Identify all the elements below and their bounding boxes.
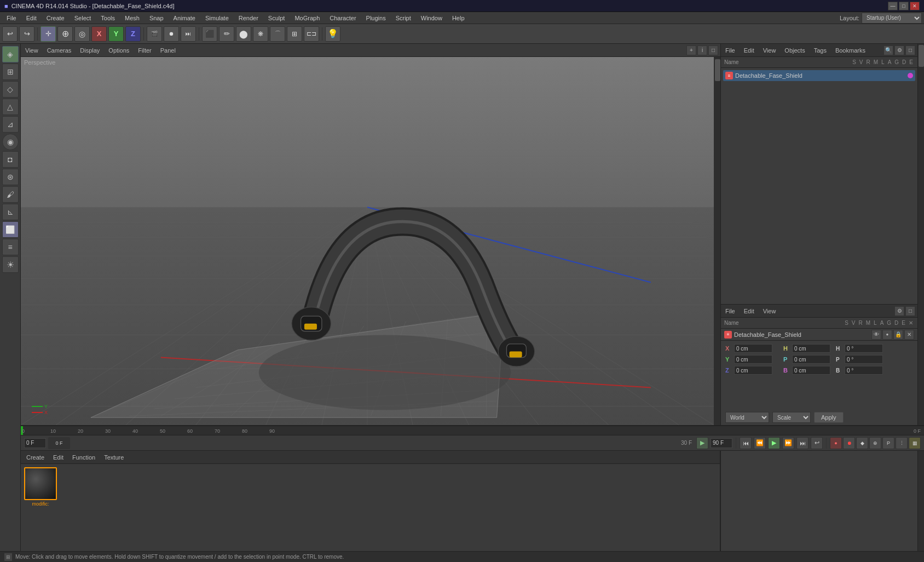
goto-end-button[interactable]: ⏭ [796,437,809,449]
attrs-lock-button[interactable]: 🔒 [893,330,903,340]
menu-create[interactable]: Create [42,14,69,22]
col-s[interactable]: S [851,59,857,65]
menu-script[interactable]: Script [391,14,415,22]
grid-button[interactable]: ⊞ [287,26,302,42]
attrs-config-button[interactable]: ⚙ [894,306,904,316]
measure-tool-button[interactable]: ⊾ [2,204,19,220]
col-v[interactable]: V [858,59,864,65]
menu-simulate[interactable]: Simulate [201,14,233,22]
menu-tools[interactable]: Tools [96,14,119,22]
timeline-ruler[interactable]: 0 10 20 30 40 50 60 70 80 90 0 F [21,426,924,435]
y-axis-button[interactable]: Y [108,26,124,42]
viewport-scrollbar[interactable] [714,57,720,425]
motion-button[interactable]: ⊕ [869,437,881,449]
h-input[interactable] [792,344,830,353]
object-item[interactable]: ≡ Detachable_Fase_Shield [723,70,915,81]
sun-tool-button[interactable]: ☀ [2,256,19,273]
attrs-max-button[interactable]: □ [905,306,915,316]
cube-button[interactable]: ⬛ [202,26,217,42]
obj-menu-objects[interactable]: Objects [782,46,807,55]
layer-tool-button[interactable]: ≡ [2,239,19,255]
obj-config-button[interactable]: ⚙ [894,45,904,55]
menu-plugins[interactable]: Plugins [362,14,390,22]
paint-tool-button[interactable]: 🖌 [2,186,19,203]
attrs-col-m[interactable]: M [865,320,871,326]
step-forward-button[interactable]: ⏩ [782,437,794,449]
obj-menu-tags[interactable]: Tags [812,46,829,55]
joint-tool-button[interactable]: ⊿ [2,116,19,133]
brush-tool-button[interactable]: ◉ [2,134,19,150]
menu-file[interactable]: File [2,14,21,22]
undo-button[interactable]: ↩ [2,26,18,42]
vp-menu-panel[interactable]: Panel [158,46,178,55]
x-axis-button[interactable]: X [91,26,107,42]
record-button[interactable]: ● [830,437,842,449]
vp-menu-display[interactable]: Display [78,46,102,55]
attrs-col-a[interactable]: A [879,320,885,326]
menu-snap[interactable]: Snap [145,14,168,22]
vp-menu-view[interactable]: View [23,46,41,55]
scale-tool-button[interactable]: ⊕ [57,26,73,42]
coord-system-dropdown[interactable]: World Local [725,412,769,423]
key-button[interactable]: ◆ [856,437,868,449]
material-item[interactable]: modific: [24,467,57,507]
scrollbar-thumb[interactable] [715,59,720,81]
close-button[interactable]: ✕ [910,2,920,10]
dope-button[interactable]: ▦ [909,437,921,449]
redo-button[interactable]: ↪ [19,26,34,42]
record-button[interactable]: ⏺ [164,26,179,42]
mat-menu-texture[interactable]: Texture [102,453,126,462]
loop-button[interactable]: ↩ [811,437,823,449]
right-scrollbar[interactable] [917,44,924,425]
menu-select[interactable]: Select [70,14,96,22]
transform-mode-dropdown[interactable]: Scale Move Rotate [772,412,811,423]
z-axis-button[interactable]: Z [125,26,141,42]
menu-character[interactable]: Character [325,14,360,22]
sphere-button[interactable]: ⬤ [236,26,251,42]
move-tool-button[interactable]: ✛ [41,26,56,42]
light-button[interactable]: 💡 [325,26,340,42]
play-button[interactable]: ▶ [768,437,780,449]
obj-menu-edit[interactable]: Edit [742,46,756,55]
obj-menu-view[interactable]: View [761,46,778,55]
p-input[interactable] [792,355,830,364]
attrs-menu-view[interactable]: View [761,307,778,316]
pose-button[interactable]: P [882,437,894,449]
pen-button[interactable]: ✏ [219,26,234,42]
attrs-menu-file[interactable]: File [723,307,737,316]
attrs-col-g[interactable]: G [886,320,892,326]
vp-menu-filter[interactable]: Filter [136,46,153,55]
stereo-button[interactable]: ⊏⊐ [304,26,319,42]
col-d[interactable]: D [901,59,907,65]
bottom-right-scrollbar[interactable] [917,451,924,551]
attrs-col-s[interactable]: S [844,320,850,326]
menu-sculpt[interactable]: Sculpt [264,14,290,22]
step-back-button[interactable]: ⏪ [754,437,766,449]
menu-animate[interactable]: Animate [169,14,200,22]
col-l[interactable]: L [880,59,886,65]
auto-key-button[interactable]: ⏺ [843,437,855,449]
attrs-col-e[interactable]: E [900,320,906,326]
col-m[interactable]: M [873,59,879,65]
right-scrollbar-thumb[interactable] [919,45,924,67]
attrs-col-l[interactable]: L [873,320,878,326]
apply-button[interactable]: Apply [814,412,844,423]
cube2-tool-button[interactable]: ⬜ [2,221,19,238]
attrs-eye-button[interactable]: 👁 [871,330,881,340]
x-position-input[interactable] [734,344,772,353]
p-rot-input[interactable] [845,355,883,364]
layout-dropdown[interactable]: Startup (User) [862,13,922,24]
magnet-tool-button[interactable]: ⊛ [2,169,19,185]
y-position-input[interactable] [734,355,772,364]
col-r[interactable]: R [865,59,871,65]
model-tool-button[interactable]: ◈ [2,46,19,62]
vp-menu-cameras[interactable]: Cameras [45,46,74,55]
b-input[interactable] [792,366,830,375]
viewport[interactable]: Perspective [21,57,714,425]
uv-tool-button[interactable]: △ [2,99,19,115]
rotate-tool-button[interactable]: ◎ [74,26,90,42]
mat-menu-edit[interactable]: Edit [51,453,66,462]
h-rot-input[interactable] [845,344,883,353]
col-e[interactable]: E [908,59,914,65]
obj-search-button[interactable]: 🔍 [883,45,893,55]
